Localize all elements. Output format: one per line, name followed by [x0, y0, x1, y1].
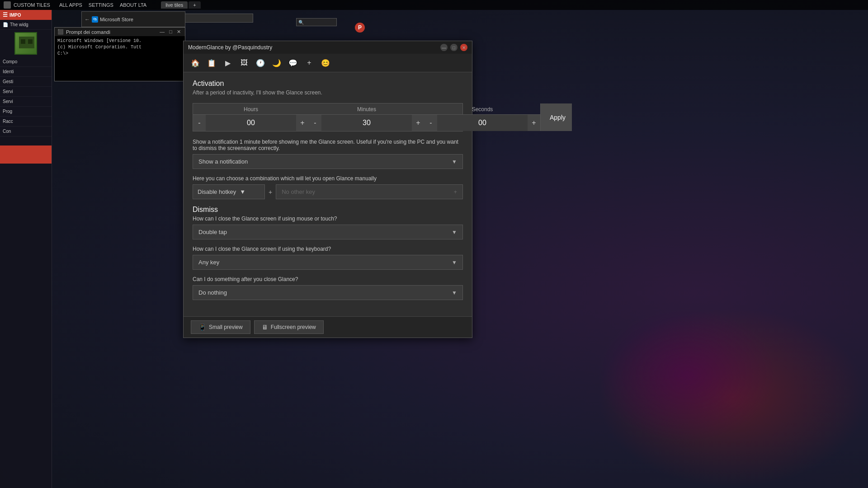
notification-chevron-icon: ▼ [452, 159, 457, 165]
sidebar-item-label-8: Con [3, 129, 11, 134]
nav-settings[interactable]: SETTINGS [86, 1, 116, 9]
toolbar-home[interactable]: 🏠 [189, 56, 202, 69]
main-window: ModernGlance by @Pasquindustry — □ ✕ 🏠 📋… [183, 41, 472, 338]
cmd-icon: ⬛ [57, 29, 64, 35]
window-controls: — □ ✕ [440, 44, 467, 51]
keyboard-label: How can I close the Glance screen if usi… [193, 246, 463, 252]
cmd-controls: — □ ✕ [158, 29, 182, 35]
keyboard-dropdown[interactable]: Any key ▼ [193, 255, 463, 270]
notification-row: Show a notification 1 minute before show… [193, 139, 463, 169]
close-button[interactable]: ✕ [460, 44, 467, 51]
after-chevron-icon: ▼ [452, 290, 457, 296]
cmd-minimize[interactable]: — [158, 29, 166, 35]
sidebar-item-label-1: Compo [3, 59, 17, 64]
hotkey-other-field[interactable]: No other key + [276, 184, 463, 199]
toolbar-moon[interactable]: 🌙 [270, 56, 283, 69]
seconds-input-row: - + [425, 115, 540, 131]
minimize-button[interactable]: — [440, 44, 448, 51]
sidebar-item-label-5: Servi [3, 99, 13, 104]
tab-add[interactable]: + [189, 1, 200, 9]
small-preview-button[interactable]: 📱 Small preview [191, 320, 250, 334]
mouse-value: Double tap [198, 229, 227, 235]
cmd-title-text: Prompt dei comandi [66, 29, 110, 35]
sidebar-item-label-6: Prog [3, 109, 12, 114]
hours-value[interactable] [206, 115, 296, 131]
hotkey-plus-label: + [269, 188, 272, 196]
toolbar-chat[interactable]: 💬 [287, 56, 299, 69]
taskbar-app-icon [4, 1, 11, 9]
seconds-value[interactable] [437, 115, 528, 131]
maximize-button[interactable]: □ [450, 44, 458, 51]
minecraft-icon [14, 32, 37, 55]
sidebar-item-7[interactable]: Racc [0, 117, 52, 127]
nav-about-lta[interactable]: ABOUT LTA [117, 1, 149, 9]
sidebar-item-1[interactable]: Compo [0, 57, 52, 67]
minutes-increment[interactable]: + [412, 115, 425, 131]
hotkey-controls: Disable hotkey ▼ + No other key + [193, 184, 463, 199]
notification-dropdown[interactable]: Show a notification ▼ [193, 154, 463, 169]
after-label: Can I do something after you close Glanc… [193, 276, 463, 282]
fullscreen-preview-icon: 🖥 [262, 324, 268, 331]
cmd-title: ⬛ Prompt dei comandi [57, 29, 110, 35]
hours-group: Hours - + [193, 103, 309, 131]
bg-accent2 [597, 307, 778, 443]
taskbar-nav: ALL APPS SETTINGS ABOUT LTA [57, 1, 149, 9]
cmd-body: Microsoft Windows [Versione 10. (c) Micr… [55, 36, 185, 59]
cmd-line1: Microsoft Windows [Versione 10. [57, 38, 182, 44]
minutes-group: Minutes - + [309, 103, 425, 131]
sidebar-header: ☰ IMPO [0, 10, 52, 20]
apply-button[interactable]: Apply [540, 103, 572, 131]
toolbar-emoji[interactable]: 😊 [319, 56, 332, 69]
nav-all-apps[interactable]: ALL APPS [57, 1, 85, 9]
sidebar-item-3[interactable]: Gesti [0, 77, 52, 87]
sidebar-item-8[interactable]: Con [0, 127, 52, 136]
store-window: ← 🛍 Microsoft Store [81, 11, 185, 27]
taskbar: CUSTOM TILES ALL APPS SETTINGS ABOUT LTA… [0, 0, 868, 10]
hotkey-row: Here you can choose a combination which … [193, 175, 463, 199]
footer: 📱 Small preview 🖥 Fullscreen preview [184, 316, 472, 338]
sidebar-item-6[interactable]: Prog [0, 107, 52, 117]
seconds-decrement[interactable]: - [425, 115, 437, 131]
mouse-dropdown[interactable]: Double tap ▼ [193, 225, 463, 239]
toolbar-clock[interactable]: 🕐 [254, 56, 267, 69]
hotkey-dropdown[interactable]: Disable hotkey ▼ [193, 184, 265, 199]
sidebar-item-label-7: Racc [3, 119, 13, 124]
small-preview-icon: 📱 [198, 324, 206, 331]
toolbar: 🏠 📋 ▶ 🖼 🕐 🌙 💬 + 😊 [184, 54, 472, 72]
hotkey-other-value: No other key [282, 188, 315, 195]
hotkey-value: Disable hotkey [198, 188, 236, 195]
cmd-line2: (c) Microsoft Corporation. Tutt [57, 44, 182, 51]
fullscreen-preview-label: Fullscreen preview [271, 324, 316, 330]
toolbar-play[interactable]: ▶ [222, 56, 234, 69]
keyboard-row: How can I close the Glance screen if usi… [193, 246, 463, 270]
tab-live-tiles[interactable]: live tiles [161, 1, 188, 9]
minutes-label: Minutes [309, 103, 425, 115]
minutes-value[interactable] [321, 115, 412, 131]
notification-label: Show a notification 1 minute before show… [193, 139, 463, 151]
sidebar-item-0[interactable]: 📄 The widg [0, 20, 52, 30]
after-row: Can I do something after you close Glanc… [193, 276, 463, 300]
bg-searchbar[interactable]: 🔍 [296, 18, 337, 26]
keyboard-value: Any key [198, 259, 219, 266]
hotkey-label: Here you can choose a combination which … [193, 175, 463, 182]
hours-decrement[interactable]: - [193, 115, 206, 131]
fullscreen-preview-button[interactable]: 🖥 Fullscreen preview [254, 320, 324, 334]
main-title: ModernGlance by @Pasquindustry [188, 44, 272, 51]
toolbar-add[interactable]: + [303, 56, 316, 69]
cmd-maximize[interactable]: □ [168, 29, 174, 35]
sidebar-item-2[interactable]: Identi [0, 67, 52, 77]
activation-title: Activation [193, 80, 463, 88]
store-back[interactable]: ← [85, 16, 90, 23]
hours-increment[interactable]: + [296, 115, 309, 131]
cmd-close[interactable]: ✕ [175, 29, 182, 35]
hotkey-chevron-icon: ▼ [240, 188, 245, 195]
sidebar-item-4[interactable]: Servi [0, 87, 52, 97]
seconds-increment[interactable]: + [528, 115, 540, 131]
store-title: Microsoft Store [100, 17, 133, 22]
toolbar-clipboard[interactable]: 📋 [205, 56, 218, 69]
dismiss-section: Dismiss How can I close the Glance scree… [193, 206, 463, 300]
after-dropdown[interactable]: Do nothing ▼ [193, 285, 463, 300]
sidebar-item-5[interactable]: Servi [0, 97, 52, 107]
toolbar-image[interactable]: 🖼 [238, 56, 250, 69]
minutes-decrement[interactable]: - [309, 115, 321, 131]
